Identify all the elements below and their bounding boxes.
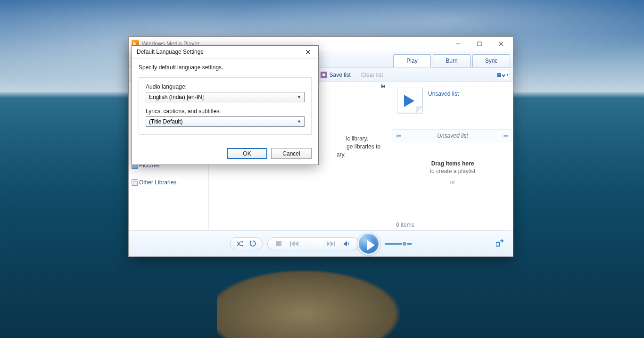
libraries-icon [132, 179, 138, 186]
playlist-title[interactable]: Unsaved list [428, 91, 459, 97]
save-list-label: Save list [329, 72, 350, 78]
volume-thumb[interactable] [402, 241, 407, 247]
tab-burn[interactable]: Burn [433, 54, 471, 67]
playlist-thumbnail[interactable] [397, 88, 422, 113]
playlist-drop-area[interactable]: Drag items here to create a playlist or [392, 142, 513, 219]
minimize-button[interactable] [447, 37, 469, 51]
dialog-close-button[interactable] [300, 46, 315, 58]
mute-button[interactable] [344, 241, 350, 247]
tab-play[interactable]: Play [393, 54, 431, 67]
playlist-nav-name: Unsaved list [437, 132, 468, 139]
next-playlist-button[interactable]: ⇨ [504, 132, 509, 140]
next-button[interactable] [327, 241, 335, 247]
svg-rect-1 [478, 42, 481, 46]
subtitle-language-combo[interactable]: (Title Default) ▼ [146, 116, 305, 127]
save-list-button[interactable]: Save list [321, 72, 350, 78]
prev-playlist-button[interactable]: ⇦ [396, 132, 402, 140]
volume-slider[interactable] [385, 243, 412, 245]
clear-list-button[interactable]: Clear list [361, 72, 383, 78]
stop-button[interactable] [276, 241, 281, 246]
switch-view-button[interactable] [496, 239, 504, 248]
subtitle-language-label: Lyrics, captions, and subtitles: [146, 108, 305, 115]
drag-hint-sub: to create a playlist [430, 168, 476, 174]
play-icon [404, 95, 414, 107]
audio-language-combo[interactable]: English (India) [en-IN] ▼ [146, 92, 305, 102]
maximize-button[interactable] [469, 37, 490, 51]
shuffle-button[interactable] [236, 240, 244, 247]
chevron-down-icon: ▼ [506, 73, 509, 76]
subtitle-language-value: (Title Default) [149, 118, 183, 125]
svg-rect-9 [496, 242, 500, 246]
cancel-button[interactable]: Cancel [271, 148, 312, 159]
playlist-count: 0 items [396, 222, 414, 228]
svg-rect-7 [290, 241, 291, 247]
language-groupbox: Audio language: English (India) [en-IN] … [139, 77, 312, 135]
svg-rect-8 [334, 241, 335, 247]
chevron-down-icon: ▼ [297, 95, 301, 99]
audio-language-label: Audio language: [146, 83, 305, 90]
ok-button[interactable]: OK [227, 148, 267, 159]
transport-pill [267, 237, 359, 250]
dialog-instruction: Specify default language settings. [139, 64, 312, 71]
previous-button[interactable] [290, 241, 298, 247]
player-bar [129, 230, 513, 256]
drag-hint-title: Drag items here [431, 160, 474, 167]
language-settings-dialog: Default Language Settings Specify defaul… [132, 45, 319, 165]
playlist-footer: 0 items [392, 219, 513, 230]
sidebar-item-label: Other Libraries [139, 179, 176, 186]
drag-hint-or: or [450, 179, 455, 186]
check-icon [502, 73, 505, 76]
column-header-fragment: le [381, 83, 385, 90]
options-icon [497, 73, 501, 77]
repeat-button[interactable] [249, 240, 256, 247]
dialog-titlebar[interactable]: Default Language Settings [132, 46, 318, 58]
playlist-panel: Unsaved list ⇦ Unsaved list ⇨ Drag items… [392, 82, 513, 230]
play-button[interactable] [357, 232, 380, 255]
svg-rect-6 [276, 241, 281, 246]
save-icon [321, 72, 327, 78]
dialog-title: Default Language Settings [137, 49, 300, 55]
tab-sync[interactable]: Sync [472, 54, 510, 67]
playlist-nav: ⇦ Unsaved list ⇨ [392, 129, 513, 142]
left-control-pill [230, 237, 263, 250]
sidebar-item-other-libraries[interactable]: Other Libraries [129, 177, 208, 188]
close-button[interactable] [490, 37, 512, 51]
list-options-button[interactable]: ▼ [498, 71, 510, 79]
audio-language-value: English (India) [en-IN] [149, 94, 204, 100]
chevron-down-icon: ▼ [297, 119, 301, 124]
